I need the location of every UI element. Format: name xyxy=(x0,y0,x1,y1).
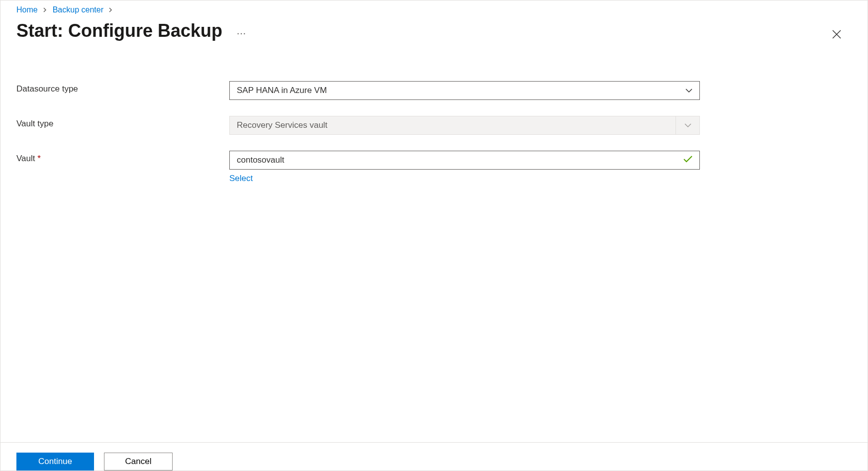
form-area: Datasource type SAP HANA in Azure VM Vau… xyxy=(0,41,868,184)
datasource-type-row: Datasource type SAP HANA in Azure VM xyxy=(16,81,852,100)
vault-type-row: Vault type Recovery Services vault xyxy=(16,116,852,135)
chevron-down-icon xyxy=(685,86,692,95)
checkmark-icon xyxy=(683,155,692,165)
title-row: Start: Configure Backup … xyxy=(0,14,868,41)
footer: Continue Cancel xyxy=(0,442,868,471)
vault-type-value: Recovery Services vault xyxy=(237,120,327,130)
more-actions-button[interactable]: … xyxy=(236,25,247,37)
vault-row: Vault * contosovault Select xyxy=(16,151,852,184)
datasource-type-value: SAP HANA in Azure VM xyxy=(237,86,327,95)
vault-value: contosovault xyxy=(237,155,284,165)
vault-label: Vault * xyxy=(16,151,229,164)
select-vault-link[interactable]: Select xyxy=(229,174,253,184)
chevron-right-icon xyxy=(43,5,48,14)
datasource-type-select[interactable]: SAP HANA in Azure VM xyxy=(229,81,700,100)
page-title: Start: Configure Backup xyxy=(16,20,222,41)
chevron-down-icon xyxy=(675,116,699,134)
vault-input[interactable]: contosovault xyxy=(229,151,700,170)
chevron-right-icon xyxy=(108,5,113,14)
close-icon xyxy=(832,29,842,41)
vault-label-text: Vault xyxy=(16,154,35,163)
breadcrumb-home[interactable]: Home xyxy=(16,5,38,14)
breadcrumb: Home Backup center xyxy=(0,0,868,14)
breadcrumb-backup-center[interactable]: Backup center xyxy=(53,5,103,14)
required-marker: * xyxy=(37,154,41,163)
cancel-button[interactable]: Cancel xyxy=(104,453,173,471)
continue-button[interactable]: Continue xyxy=(16,453,94,471)
vault-type-select: Recovery Services vault xyxy=(229,116,700,135)
close-button[interactable] xyxy=(830,28,844,42)
datasource-type-label: Datasource type xyxy=(16,81,229,94)
vault-type-label: Vault type xyxy=(16,116,229,129)
